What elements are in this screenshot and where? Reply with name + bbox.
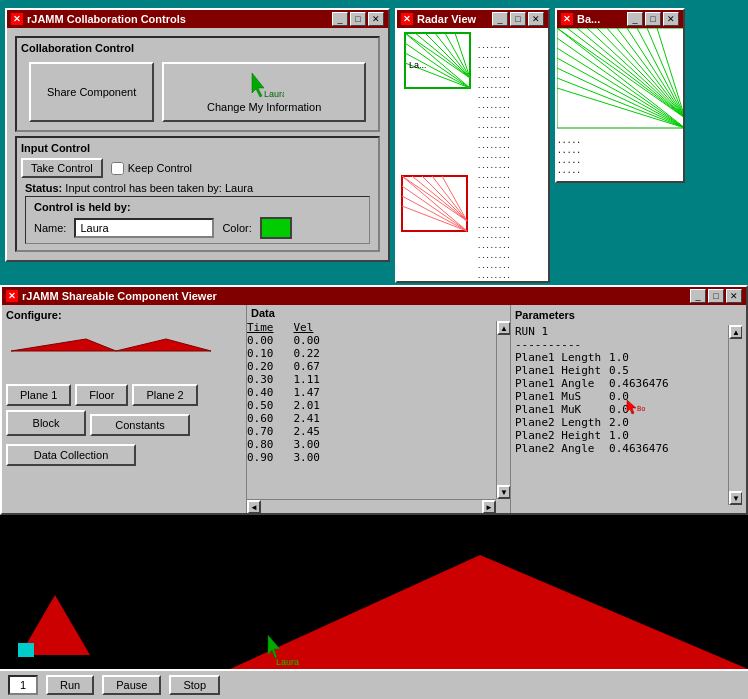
keep-control-label[interactable]: Keep Control [111, 162, 192, 175]
svg-text:.....: ..... [557, 166, 581, 175]
svg-text:........: ........ [477, 52, 511, 60]
scroll-up-btn[interactable]: ▲ [497, 321, 510, 335]
sim-run-input[interactable] [8, 675, 38, 695]
wing-shape-svg [6, 329, 216, 374]
collab-close-btn[interactable]: ✕ [368, 12, 384, 26]
params-scroll-up-btn[interactable]: ▲ [729, 325, 742, 339]
svg-text:........: ........ [477, 122, 511, 130]
svg-text:........: ........ [477, 252, 511, 260]
viewer-title-icon: ✕ [6, 290, 18, 302]
svg-text:Bo: Bo [637, 405, 645, 413]
collab-title-text: rJAMM Collaboration Controls [27, 13, 186, 25]
status-row: Status: Input control has been taken by:… [25, 182, 370, 194]
data-scrollbar-v[interactable]: ▲ ▼ [496, 321, 510, 499]
block-button[interactable]: Block [6, 410, 86, 436]
scroll-left-btn[interactable]: ◄ [247, 500, 261, 513]
ba-svg: ..... ..... ..... ..... ..... [557, 28, 683, 181]
stop-button[interactable]: Stop [169, 675, 220, 695]
ba-close-btn[interactable]: ✕ [663, 12, 679, 26]
svg-text:........: ........ [477, 162, 511, 170]
radar-titlebar: ✕ Radar View _ □ ✕ [397, 10, 548, 28]
svg-line-10 [435, 33, 470, 78]
status-message: Input control has been taken by: Laura [65, 182, 253, 194]
simulation-area: Laura Run Pause Stop [0, 515, 748, 699]
viewer-minimize-btn[interactable]: _ [690, 289, 706, 303]
ba-title-icon: ✕ [561, 13, 573, 25]
svg-line-22 [432, 176, 467, 221]
svg-text:........: ........ [477, 272, 511, 280]
floor-button[interactable]: Floor [75, 384, 128, 406]
pause-button[interactable]: Pause [102, 675, 161, 695]
share-component-button[interactable]: Share Component [29, 62, 154, 122]
svg-line-56 [557, 28, 683, 118]
scroll-down-btn[interactable]: ▼ [497, 485, 510, 499]
plane2-button[interactable]: Plane 2 [132, 384, 197, 406]
svg-text:........: ........ [477, 42, 511, 50]
ba-titlebar: ✕ Ba... _ □ ✕ [557, 10, 683, 28]
plane1-button[interactable]: Plane 1 [6, 384, 71, 406]
sim-scene-svg: Laura [0, 515, 748, 669]
color-swatch[interactable] [260, 217, 292, 239]
input-control-title: Input Control [21, 142, 374, 154]
radar-window: ✕ Radar View _ □ ✕ La... [395, 8, 550, 283]
keep-control-checkbox[interactable] [111, 162, 124, 175]
data-table: TimeVel 0.000.00 0.100.22 0.200.67 0.301… [247, 321, 320, 464]
svg-line-23 [442, 176, 467, 221]
svg-text:.....: ..... [557, 136, 581, 145]
radar-svg: La... ........ ........ ........ .......… [397, 28, 548, 281]
svg-marker-73 [116, 339, 211, 351]
radar-maximize-btn[interactable]: □ [510, 12, 526, 26]
svg-text:........: ........ [477, 222, 511, 230]
svg-text:........: ........ [477, 132, 511, 140]
svg-text:.....: ..... [557, 176, 581, 181]
radar-close-btn[interactable]: ✕ [528, 12, 544, 26]
cursor-icon-params: Bo [625, 399, 645, 415]
svg-marker-74 [627, 400, 636, 414]
name-input[interactable] [74, 218, 214, 238]
run-button[interactable]: Run [46, 675, 94, 695]
svg-marker-72 [11, 339, 116, 351]
data-scrollbar-h[interactable]: ◄ ► [247, 499, 496, 513]
ba-minimize-btn[interactable]: _ [627, 12, 643, 26]
svg-text:........: ........ [477, 82, 511, 90]
viewer-window: ✕ rJAMM Shareable Component Viewer _ □ ✕… [0, 285, 748, 515]
svg-text:........: ........ [477, 182, 511, 190]
viewer-data-panel: Data TimeVel 0.000.00 0.100.22 0.200.67 … [247, 305, 511, 513]
collab-section-title: Collaboration Control [21, 42, 374, 54]
name-label: Name: [34, 222, 66, 234]
collab-window: ✕ rJAMM Collaboration Controls _ □ ✕ Col… [5, 8, 390, 262]
scroll-right-btn[interactable]: ► [482, 500, 496, 513]
ba-window: ✕ Ba... _ □ ✕ [555, 8, 685, 183]
svg-text:.....: ..... [557, 156, 581, 165]
radar-minimize-btn[interactable]: _ [492, 12, 508, 26]
svg-text:........: ........ [477, 262, 511, 270]
svg-line-18 [402, 206, 467, 231]
params-scrollbar-v[interactable]: ▲ ▼ [728, 325, 742, 505]
data-title: Data [247, 305, 510, 321]
svg-text:.....: ..... [557, 146, 581, 155]
viewer-close-btn[interactable]: ✕ [726, 289, 742, 303]
svg-marker-0 [252, 73, 264, 97]
svg-text:........: ........ [477, 202, 511, 210]
svg-text:........: ........ [477, 242, 511, 250]
constants-button[interactable]: Constants [90, 414, 190, 436]
change-info-label: Change My Information [207, 101, 321, 113]
params-scroll-down-btn[interactable]: ▼ [729, 491, 742, 505]
collab-maximize-btn[interactable]: □ [350, 12, 366, 26]
svg-text:........: ........ [477, 212, 511, 220]
svg-text:La...: La... [409, 60, 427, 70]
take-control-button[interactable]: Take Control [21, 158, 103, 178]
svg-text:........: ........ [477, 92, 511, 100]
collab-minimize-btn[interactable]: _ [332, 12, 348, 26]
params-content: RUN 1 ---------- Plane1 Length1.0 Plane1… [515, 325, 742, 505]
svg-text:........: ........ [477, 112, 511, 120]
ba-content: ..... ..... ..... ..... ..... [557, 28, 683, 181]
data-collection-button[interactable]: Data Collection [6, 444, 136, 466]
svg-text:........: ........ [477, 102, 511, 110]
ba-maximize-btn[interactable]: □ [645, 12, 661, 26]
radar-title-icon: ✕ [401, 13, 413, 25]
svg-text:........: ........ [477, 172, 511, 180]
viewer-maximize-btn[interactable]: □ [708, 289, 724, 303]
collab-title-icon: ✕ [11, 13, 23, 25]
sim-controls-bar: Run Pause Stop [0, 669, 748, 699]
